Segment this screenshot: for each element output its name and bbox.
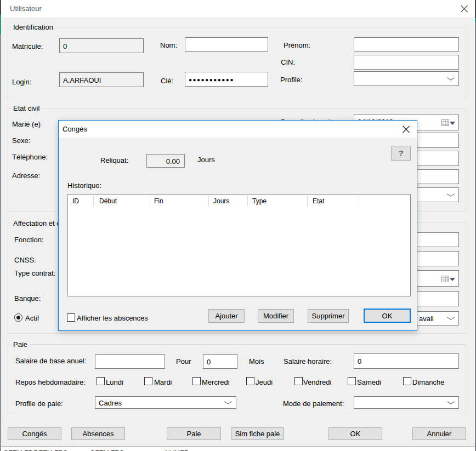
sim-fiche-paie-button[interactable]: Sim fiche paie <box>231 427 284 440</box>
jeudi-label: Jeudi <box>256 378 273 386</box>
mois-label: Mois <box>249 357 264 366</box>
paie-legend: Paie <box>11 340 30 349</box>
calendar-icon <box>441 275 450 283</box>
reliquat-input[interactable]: 0.00 <box>146 154 185 168</box>
cle-label: Clé: <box>161 77 173 85</box>
main-window-title: Utilisateur <box>10 4 42 13</box>
fonction-label: Fonction: <box>14 236 43 244</box>
supprimer-button[interactable]: Supprimer <box>308 309 349 323</box>
profile-dropdown[interactable] <box>354 71 459 86</box>
samedi-label: Samedi <box>357 378 381 386</box>
dropdown-arrow-icon <box>450 278 455 281</box>
profile-paie-dropdown[interactable]: Cadres <box>95 396 236 409</box>
prenom-label: Prénom: <box>284 41 310 49</box>
repos-label: Repos hebdomadaire: <box>15 378 86 386</box>
mardi-label: Mardi <box>154 378 172 386</box>
matricule-label: Matricule: <box>12 42 43 50</box>
conges-title: Congés <box>63 125 87 133</box>
jours-label: Jours <box>197 156 215 164</box>
dimanche-checkbox[interactable] <box>403 377 411 385</box>
historique-label: Historique: <box>67 181 101 190</box>
conges-ok-button[interactable]: OK <box>364 309 411 323</box>
nom-label: Nom: <box>160 41 177 49</box>
historique-table[interactable]: ID Début Fin Jours Type Etat <box>67 194 411 296</box>
actif-radio[interactable] <box>14 313 22 322</box>
telephone-label: Téléphone: <box>12 153 48 161</box>
salaire-base-input[interactable] <box>95 354 165 369</box>
afficher-abscences-label: Afficher les abscences <box>77 314 148 322</box>
conges-titlebar: Congés <box>59 121 417 139</box>
paie-button[interactable]: Paie <box>167 427 221 440</box>
profile-label: Profile: <box>280 76 302 84</box>
chevron-down-icon <box>447 75 455 80</box>
dimanche-label: Dimanche <box>412 378 445 386</box>
cnss-label: CNSS: <box>14 256 36 264</box>
login-input[interactable]: A.ARFAOUI <box>59 72 144 87</box>
afficher-abscences-checkbox[interactable] <box>67 313 75 322</box>
conges-close-icon[interactable] <box>402 125 410 134</box>
chevron-down-icon <box>224 399 232 404</box>
mercredi-checkbox[interactable] <box>192 377 201 385</box>
salaire-horaire-input[interactable]: 0 <box>354 353 459 369</box>
main-close-icon[interactable] <box>460 4 468 13</box>
mode-paiement-dropdown[interactable] <box>354 396 459 409</box>
conges-button[interactable]: Congés <box>8 427 61 440</box>
help-button[interactable]: ? <box>391 146 411 161</box>
pour-label: Pour <box>176 357 191 366</box>
conges-dialog: Congés ? Reliquat: 0.00 Jours Historique… <box>58 120 417 331</box>
prenom-input[interactable] <box>354 37 459 52</box>
samedi-checkbox[interactable] <box>348 377 356 385</box>
identification-legend: Identification <box>11 23 55 31</box>
dropdown-arrow-icon <box>450 122 455 125</box>
chevron-down-icon <box>447 315 455 320</box>
salaire-horaire-label: Salaire horaire: <box>284 357 332 366</box>
type-contrat-label: Type contrat: <box>14 269 55 277</box>
salaire-base-label: Salaire de base anuel: <box>15 357 86 365</box>
reliquat-label: Reliquat: <box>100 156 128 164</box>
absences-button[interactable]: Absences <box>71 427 125 440</box>
background-window-strip: GETM FRS GETM FRS GETM FRS NUMFR <box>1 446 475 451</box>
vendredi-label: Vendredi <box>303 378 331 386</box>
mode-paiement-label: Mode de paiement: <box>283 399 344 408</box>
adresse-label: Adresse: <box>12 172 40 180</box>
cin-label: CIN: <box>281 58 295 66</box>
marie-label: Marié (e) <box>12 120 41 128</box>
cle-input[interactable]: ●●●●●●●●●●● <box>185 72 268 87</box>
jeudi-checkbox[interactable] <box>246 377 254 385</box>
etat-civil-legend: Etat civil <box>11 104 42 112</box>
col-fin[interactable]: Fin <box>154 197 163 205</box>
lundi-checkbox[interactable] <box>97 377 105 385</box>
pour-input[interactable]: 0 <box>203 354 237 369</box>
col-type[interactable]: Type <box>252 197 267 205</box>
col-jours[interactable]: Jours <box>213 197 229 205</box>
mardi-checkbox[interactable] <box>144 377 152 385</box>
login-label: Login: <box>12 78 31 86</box>
left-edge-accent <box>0 15 1 34</box>
annuler-button[interactable]: Annuler <box>412 427 466 440</box>
col-etat[interactable]: Etat <box>313 197 324 205</box>
modifier-button[interactable]: Modifier <box>258 309 294 323</box>
col-id[interactable]: ID <box>72 197 79 205</box>
col-debut[interactable]: Début <box>99 197 117 205</box>
lundi-label: Lundi <box>106 378 123 386</box>
chevron-down-icon <box>447 191 455 196</box>
actif-label: Actif <box>25 314 39 322</box>
main-titlebar: Utilisateur <box>1 0 475 18</box>
banque-label: Banque: <box>14 294 41 302</box>
sexe-label: Sexe: <box>12 136 30 145</box>
calendar-icon <box>441 119 450 127</box>
mercredi-label: Mercredi <box>202 378 230 386</box>
cin-input[interactable] <box>354 55 459 70</box>
vendredi-checkbox[interactable] <box>294 377 303 385</box>
chevron-down-icon <box>447 399 455 404</box>
left-edge-lower <box>0 34 1 451</box>
affectation-legend: Affectation et c <box>11 219 63 227</box>
profile-paie-label: Profile de paie: <box>15 399 63 408</box>
ajouter-button[interactable]: Ajouter <box>208 309 245 323</box>
nom-input[interactable] <box>185 37 268 52</box>
matricule-input[interactable]: 0 <box>59 38 144 53</box>
ok-button[interactable]: OK <box>328 427 382 440</box>
